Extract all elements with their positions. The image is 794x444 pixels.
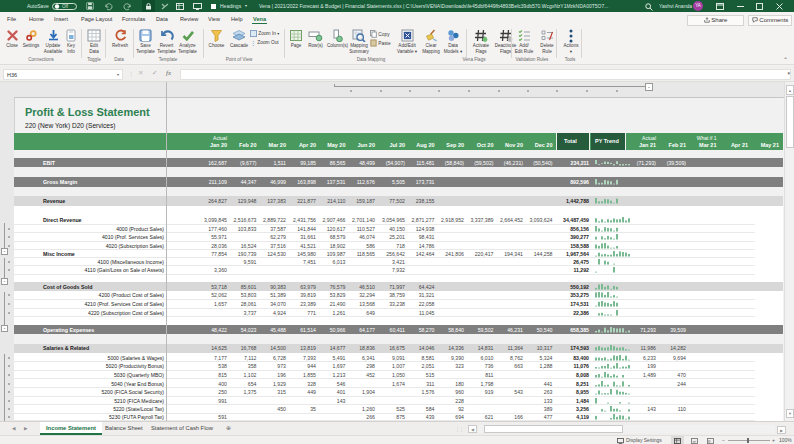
svg-text:Off: Off — [62, 4, 69, 9]
